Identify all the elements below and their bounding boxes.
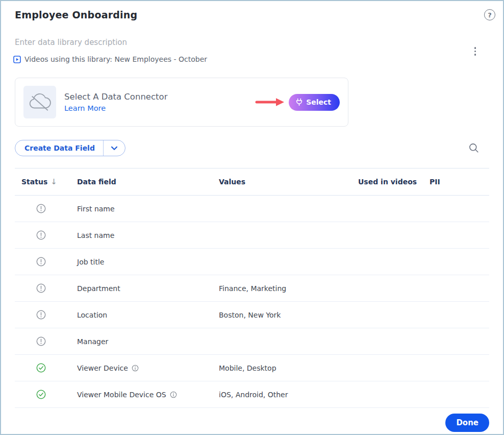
data-connector-card: Select A Data Connector Learn More [15,78,348,127]
table-body: First name [15,196,489,408]
status-ok-icon [36,363,46,373]
video-library-icon [13,56,21,63]
field-info-icon[interactable] [170,391,177,398]
data-fields-table: Status ↓ Data field Values Used in video… [15,168,489,408]
data-field-values: iOS, Android, Other [219,391,358,399]
data-field-name: First name [77,205,115,213]
create-data-field-label: Create Data Field [15,140,103,156]
data-field-name: Location [77,311,107,319]
data-field-values: Boston, New York [219,311,358,319]
data-field-name: Job title [77,258,104,266]
done-button[interactable]: Done [445,414,489,432]
data-field-values: Mobile, Desktop [219,364,358,372]
sort-desc-icon: ↓ [51,177,57,186]
status-pending-icon [36,257,46,267]
select-connector-button[interactable]: Select [289,94,340,111]
column-header-status[interactable]: Status ↓ [15,177,77,186]
connector-card-title: Select A Data Connector [64,92,255,102]
data-field-values: Finance, Marketing [219,284,358,293]
videos-note-text: Videos using this library: New Employees… [24,55,207,63]
data-field-name: Department [77,284,120,293]
table-row[interactable]: Viewer Device Mobile, Desktop [15,355,489,381]
table-row[interactable]: Job title [15,249,489,275]
data-field-name: Manager [77,337,108,346]
data-field-name: Last name [77,231,114,239]
chevron-down-icon[interactable] [104,140,125,156]
videos-using-library: Videos using this library: New Employees… [13,55,207,63]
data-library-dialog: Employee Onboarding ? Enter data library… [0,0,504,435]
kebab-menu-icon[interactable] [473,45,478,57]
learn-more-link[interactable]: Learn More [64,104,106,112]
cloud-off-icon [23,86,56,118]
status-pending-icon [36,310,46,320]
search-icon[interactable] [469,143,479,153]
table-row[interactable]: Department Finance, Marketing [15,275,489,302]
column-header-pii[interactable]: PII [430,178,489,186]
data-field-name: Viewer Mobile Device OS [77,391,166,399]
plug-icon [295,98,303,106]
status-pending-icon [36,336,46,346]
create-data-field-button[interactable]: Create Data Field [15,140,125,156]
help-icon[interactable]: ? [484,9,495,20]
description-input[interactable]: Enter data library description [15,38,127,47]
status-pending-icon [36,283,46,293]
field-info-icon[interactable] [132,365,139,372]
status-pending-icon [36,230,46,240]
page-title: Employee Onboarding [15,9,137,20]
status-ok-icon [36,390,46,399]
column-header-data-field[interactable]: Data field [77,178,219,186]
table-row[interactable]: Location Boston, New York [15,302,489,328]
column-header-values[interactable]: Values [219,178,358,186]
status-pending-icon [36,204,46,213]
tutorial-arrow-icon [255,98,285,107]
table-header-row: Status ↓ Data field Values Used in video… [15,168,489,196]
select-button-label: Select [306,98,331,106]
column-header-used-in-videos[interactable]: Used in videos [358,178,430,186]
table-row[interactable]: Manager [15,328,489,355]
table-row[interactable]: Last name [15,222,489,249]
data-field-name: Viewer Device [77,364,128,372]
table-row[interactable]: Viewer Mobile Device OS iOS, Android, Ot… [15,381,489,408]
table-row[interactable]: First name [15,196,489,222]
